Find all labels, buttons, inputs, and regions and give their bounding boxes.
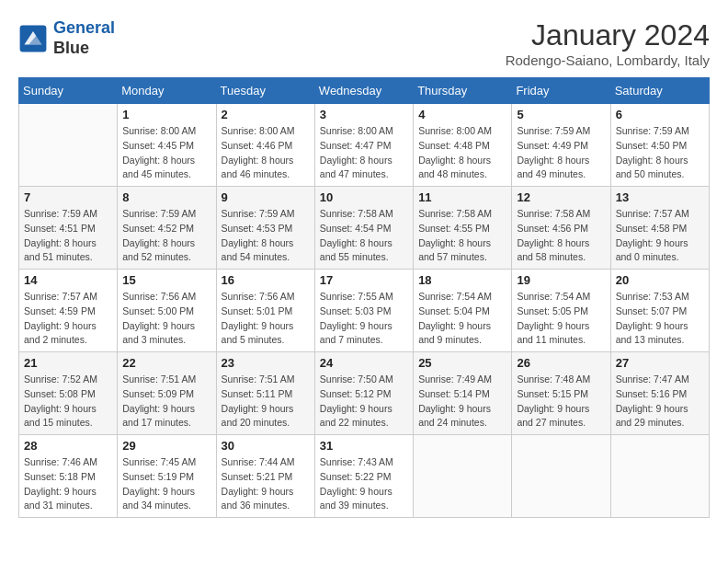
day-number: 1 [122, 108, 210, 121]
calendar-cell: 3Sunrise: 8:00 AM Sunset: 4:47 PM Daylig… [314, 104, 413, 187]
calendar-cell: 30Sunrise: 7:44 AM Sunset: 5:21 PM Dayli… [216, 435, 314, 518]
calendar-cell: 21Sunrise: 7:52 AM Sunset: 5:08 PM Dayli… [19, 352, 118, 435]
day-number: 29 [122, 439, 210, 453]
calendar-cell: 9Sunrise: 7:59 AM Sunset: 4:53 PM Daylig… [216, 187, 314, 270]
calendar-cell: 28Sunrise: 7:46 AM Sunset: 5:18 PM Dayli… [19, 435, 118, 518]
calendar-week-row: 21Sunrise: 7:52 AM Sunset: 5:08 PM Dayli… [19, 352, 710, 435]
calendar-cell [19, 104, 118, 187]
day-info: Sunrise: 7:59 AM Sunset: 4:51 PM Dayligh… [24, 207, 112, 265]
logo-line1: General [53, 18, 115, 37]
calendar-cell: 2Sunrise: 8:00 AM Sunset: 4:46 PM Daylig… [216, 104, 314, 187]
day-number: 10 [320, 190, 408, 204]
calendar-cell [610, 435, 709, 518]
calendar-cell: 10Sunrise: 7:58 AM Sunset: 4:54 PM Dayli… [314, 187, 413, 270]
day-number: 23 [222, 356, 310, 370]
day-info: Sunrise: 7:57 AM Sunset: 4:59 PM Dayligh… [24, 290, 112, 348]
column-header-monday: Monday [118, 78, 216, 104]
calendar-week-row: 14Sunrise: 7:57 AM Sunset: 4:59 PM Dayli… [19, 270, 710, 352]
day-number: 18 [418, 273, 506, 287]
calendar-cell: 16Sunrise: 7:56 AM Sunset: 5:01 PM Dayli… [216, 270, 314, 352]
calendar-cell: 18Sunrise: 7:54 AM Sunset: 5:04 PM Dayli… [414, 270, 512, 352]
calendar-week-row: 28Sunrise: 7:46 AM Sunset: 5:18 PM Dayli… [19, 435, 710, 518]
day-number: 5 [517, 108, 605, 121]
day-info: Sunrise: 7:57 AM Sunset: 4:58 PM Dayligh… [616, 207, 704, 265]
day-number: 2 [222, 108, 310, 121]
calendar-cell: 15Sunrise: 7:56 AM Sunset: 5:00 PM Dayli… [118, 270, 216, 352]
day-info: Sunrise: 7:58 AM Sunset: 4:56 PM Dayligh… [517, 207, 605, 265]
day-number: 22 [122, 356, 210, 370]
day-number: 26 [517, 356, 605, 370]
column-header-wednesday: Wednesday [314, 78, 413, 104]
day-info: Sunrise: 8:00 AM Sunset: 4:47 PM Dayligh… [320, 124, 408, 182]
logo-text: General Blue [53, 18, 115, 58]
calendar-cell: 26Sunrise: 7:48 AM Sunset: 5:15 PM Dayli… [512, 352, 610, 435]
day-info: Sunrise: 7:59 AM Sunset: 4:52 PM Dayligh… [122, 207, 210, 265]
calendar-cell: 14Sunrise: 7:57 AM Sunset: 4:59 PM Dayli… [19, 270, 118, 352]
calendar-cell: 25Sunrise: 7:49 AM Sunset: 5:14 PM Dayli… [414, 352, 512, 435]
day-number: 24 [320, 356, 408, 370]
calendar-cell: 1Sunrise: 8:00 AM Sunset: 4:45 PM Daylig… [118, 104, 216, 187]
day-info: Sunrise: 7:51 AM Sunset: 5:09 PM Dayligh… [122, 373, 210, 431]
day-number: 12 [517, 190, 605, 204]
day-number: 30 [222, 439, 310, 453]
calendar-cell: 7Sunrise: 7:59 AM Sunset: 4:51 PM Daylig… [19, 187, 118, 270]
column-header-saturday: Saturday [610, 78, 709, 104]
day-number: 8 [122, 190, 210, 204]
day-info: Sunrise: 7:54 AM Sunset: 5:04 PM Dayligh… [418, 290, 506, 348]
page-header: General Blue January 2024 Rodengo-Saiano… [18, 18, 710, 68]
day-number: 13 [616, 190, 704, 204]
month-title: January 2024 [506, 18, 710, 52]
day-number: 17 [320, 273, 408, 287]
day-number: 9 [222, 190, 310, 204]
day-info: Sunrise: 7:48 AM Sunset: 5:15 PM Dayligh… [517, 373, 605, 431]
column-header-tuesday: Tuesday [216, 78, 314, 104]
day-number: 31 [320, 439, 408, 453]
calendar-cell: 31Sunrise: 7:43 AM Sunset: 5:22 PM Dayli… [314, 435, 413, 518]
day-number: 25 [418, 356, 506, 370]
day-info: Sunrise: 8:00 AM Sunset: 4:46 PM Dayligh… [222, 124, 310, 182]
logo-line2: Blue [53, 39, 115, 59]
day-info: Sunrise: 7:58 AM Sunset: 4:54 PM Dayligh… [320, 207, 408, 265]
calendar-cell: 20Sunrise: 7:53 AM Sunset: 5:07 PM Dayli… [610, 270, 709, 352]
logo: General Blue [18, 18, 115, 58]
calendar-cell: 23Sunrise: 7:51 AM Sunset: 5:11 PM Dayli… [216, 352, 314, 435]
day-number: 3 [320, 108, 408, 121]
calendar-cell: 22Sunrise: 7:51 AM Sunset: 5:09 PM Dayli… [118, 352, 216, 435]
day-number: 7 [24, 190, 112, 204]
logo-icon [18, 24, 48, 53]
day-number: 14 [24, 273, 112, 287]
day-number: 11 [418, 190, 506, 204]
day-info: Sunrise: 7:51 AM Sunset: 5:11 PM Dayligh… [222, 373, 310, 431]
day-info: Sunrise: 7:50 AM Sunset: 5:12 PM Dayligh… [320, 373, 408, 431]
day-info: Sunrise: 7:56 AM Sunset: 5:01 PM Dayligh… [222, 290, 310, 348]
calendar-cell: 19Sunrise: 7:54 AM Sunset: 5:05 PM Dayli… [512, 270, 610, 352]
calendar-cell: 5Sunrise: 7:59 AM Sunset: 4:49 PM Daylig… [512, 104, 610, 187]
day-info: Sunrise: 7:59 AM Sunset: 4:49 PM Dayligh… [517, 124, 605, 182]
calendar-table: SundayMondayTuesdayWednesdayThursdayFrid… [18, 77, 710, 518]
calendar-cell: 12Sunrise: 7:58 AM Sunset: 4:56 PM Dayli… [512, 187, 610, 270]
calendar-cell: 29Sunrise: 7:45 AM Sunset: 5:19 PM Dayli… [118, 435, 216, 518]
day-number: 15 [122, 273, 210, 287]
day-number: 16 [222, 273, 310, 287]
day-info: Sunrise: 7:55 AM Sunset: 5:03 PM Dayligh… [320, 290, 408, 348]
calendar-cell: 8Sunrise: 7:59 AM Sunset: 4:52 PM Daylig… [118, 187, 216, 270]
calendar-cell: 17Sunrise: 7:55 AM Sunset: 5:03 PM Dayli… [314, 270, 413, 352]
day-info: Sunrise: 7:56 AM Sunset: 5:00 PM Dayligh… [122, 290, 210, 348]
day-number: 21 [24, 356, 112, 370]
day-info: Sunrise: 7:44 AM Sunset: 5:21 PM Dayligh… [222, 455, 310, 513]
day-number: 28 [24, 439, 112, 453]
day-number: 4 [418, 108, 506, 121]
day-info: Sunrise: 8:00 AM Sunset: 4:48 PM Dayligh… [418, 124, 506, 182]
column-header-friday: Friday [512, 78, 610, 104]
calendar-cell [414, 435, 512, 518]
day-number: 20 [616, 273, 704, 287]
day-info: Sunrise: 7:46 AM Sunset: 5:18 PM Dayligh… [24, 455, 112, 513]
calendar-cell: 6Sunrise: 7:59 AM Sunset: 4:50 PM Daylig… [610, 104, 709, 187]
calendar-cell: 13Sunrise: 7:57 AM Sunset: 4:58 PM Dayli… [610, 187, 709, 270]
day-info: Sunrise: 7:52 AM Sunset: 5:08 PM Dayligh… [24, 373, 112, 431]
day-info: Sunrise: 7:59 AM Sunset: 4:53 PM Dayligh… [222, 207, 310, 265]
title-block: January 2024 Rodengo-Saiano, Lombardy, I… [506, 18, 710, 68]
day-info: Sunrise: 7:45 AM Sunset: 5:19 PM Dayligh… [122, 455, 210, 513]
column-header-thursday: Thursday [414, 78, 512, 104]
day-number: 6 [616, 108, 704, 121]
